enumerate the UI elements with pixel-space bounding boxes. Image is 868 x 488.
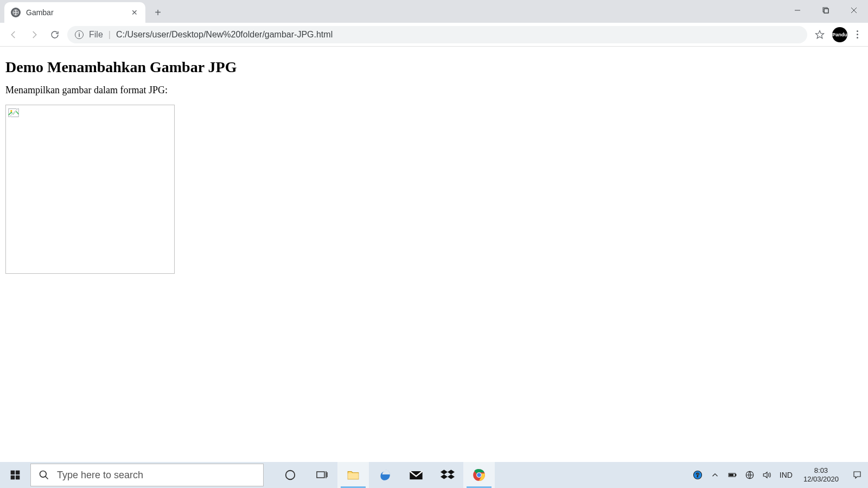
browser-menu-icon[interactable] — [852, 30, 863, 38]
task-view-icon[interactable] — [306, 462, 337, 488]
svg-line-17 — [46, 477, 48, 479]
svg-rect-15 — [16, 476, 20, 480]
svg-point-18 — [286, 471, 295, 480]
tab-title: Gambar — [26, 8, 130, 17]
svg-marker-7 — [816, 30, 824, 38]
page-paragraph: Menampilkan gambar dalam format JPG: — [5, 85, 863, 96]
close-tab-icon[interactable]: ✕ — [130, 8, 139, 17]
address-bar[interactable]: i File | C:/Users/user/Desktop/New%20fol… — [67, 26, 807, 43]
minimize-button[interactable] — [783, 0, 812, 21]
tray-time: 8:03 — [803, 466, 839, 475]
taskbar-search[interactable]: Type here to search — [30, 464, 264, 486]
network-icon[interactable] — [745, 470, 755, 480]
svg-marker-37 — [763, 472, 767, 478]
svg-marker-24 — [441, 470, 448, 474]
browser-window: Gambar ✕ + i File | C:/Users/user/Deskto… — [0, 0, 868, 47]
broken-image — [5, 105, 175, 274]
globe-icon — [11, 8, 21, 17]
taskbar-apps — [275, 462, 495, 488]
page-content: Demo Menambahkan Gambar JPG Menampilkan … — [0, 47, 868, 279]
svg-text:?: ? — [696, 472, 699, 478]
reload-button[interactable] — [47, 27, 63, 43]
forward-button[interactable] — [26, 27, 42, 43]
action-center-icon[interactable] — [850, 462, 865, 488]
file-explorer-icon[interactable] — [337, 462, 369, 488]
tab-bar: Gambar ✕ + — [0, 0, 868, 23]
new-tab-button[interactable]: + — [150, 4, 166, 21]
system-tray: ? IND 8:03 12/03/2020 — [693, 462, 868, 488]
svg-rect-22 — [348, 473, 359, 479]
svg-rect-12 — [11, 471, 15, 475]
svg-rect-34 — [735, 474, 736, 476]
dropbox-icon[interactable] — [432, 462, 463, 488]
url-text: C:/Users/user/Desktop/New%20folder/gamba… — [116, 30, 333, 40]
close-window-button[interactable] — [840, 0, 868, 21]
svg-point-9 — [10, 110, 12, 112]
search-placeholder: Type here to search — [57, 470, 143, 481]
svg-marker-26 — [441, 474, 448, 479]
chrome-icon[interactable] — [463, 462, 495, 488]
help-icon[interactable]: ? — [693, 470, 703, 480]
svg-point-30 — [477, 473, 481, 477]
windows-taskbar: Type here to search ? IND 8:03 12/03/202… — [0, 462, 868, 488]
svg-point-16 — [40, 471, 47, 478]
window-controls — [783, 0, 868, 21]
url-separator: | — [108, 30, 111, 40]
svg-rect-19 — [317, 472, 324, 478]
back-button[interactable] — [5, 27, 22, 43]
svg-rect-3 — [824, 9, 828, 13]
svg-marker-27 — [448, 474, 455, 479]
tray-clock[interactable]: 8:03 12/03/2020 — [803, 466, 839, 483]
cortana-icon[interactable] — [275, 462, 306, 488]
broken-image-icon — [8, 107, 19, 118]
volume-icon[interactable] — [762, 470, 772, 480]
svg-rect-14 — [11, 476, 15, 480]
browser-tab[interactable]: Gambar ✕ — [4, 2, 145, 23]
svg-marker-25 — [448, 470, 455, 474]
language-indicator[interactable]: IND — [780, 471, 793, 479]
start-button[interactable] — [0, 462, 30, 488]
profile-avatar[interactable]: Pandu — [832, 27, 847, 42]
mail-icon[interactable] — [400, 462, 432, 488]
chevron-up-icon[interactable] — [710, 470, 720, 480]
edge-icon[interactable] — [369, 462, 400, 488]
battery-icon[interactable] — [727, 470, 737, 480]
search-icon — [39, 470, 49, 480]
url-scheme-label: File — [89, 30, 103, 40]
tray-date: 12/03/2020 — [803, 475, 839, 484]
page-heading: Demo Menambahkan Gambar JPG — [5, 59, 863, 76]
browser-toolbar: i File | C:/Users/user/Desktop/New%20fol… — [0, 23, 868, 47]
svg-rect-13 — [16, 471, 20, 475]
bookmark-star-icon[interactable] — [812, 27, 828, 43]
maximize-button[interactable] — [812, 0, 840, 21]
info-icon[interactable]: i — [75, 30, 84, 39]
svg-rect-35 — [730, 474, 733, 476]
